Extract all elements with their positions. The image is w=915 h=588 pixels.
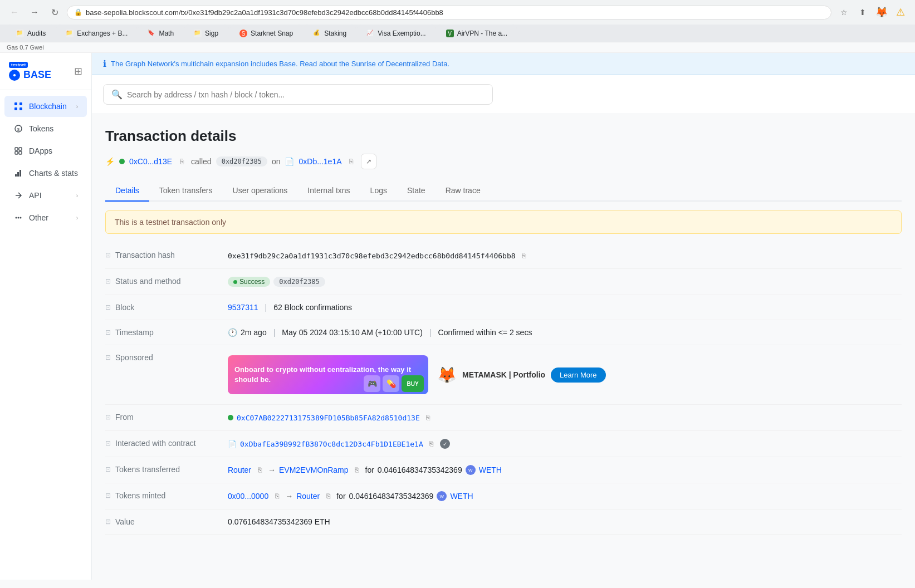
tab-details[interactable]: Details <box>105 180 149 202</box>
tokens-from-link[interactable]: Router <box>228 465 251 474</box>
svg-text:$: $ <box>17 127 20 132</box>
search-input[interactable] <box>127 90 485 99</box>
interacted-contract-link[interactable]: 0xDbafEa39B992fB3870c8dc12D3c4Fb1D1EBE1e… <box>240 440 423 448</box>
dapps-icon <box>13 146 23 156</box>
tab-airvpn[interactable]: V AirVPN - The a... <box>437 24 517 42</box>
tx-hash-copy-button[interactable]: ⎘ <box>519 251 529 261</box>
main-content: ℹ The Graph Network's multichain expansi… <box>92 53 915 580</box>
detail-label-tokens-minted: ⊡ Tokens minted <box>105 491 228 500</box>
grid-menu-button[interactable]: ⊞ <box>74 65 82 77</box>
extension-button[interactable]: 🦊 <box>874 4 889 20</box>
tab-raw-trace[interactable]: Raw trace <box>436 180 491 202</box>
tab-audits[interactable]: 📁 Audits <box>7 24 55 42</box>
tokens-transferred-label-text: Tokens transferred <box>115 465 180 474</box>
timestamp-label-text: Timestamp <box>115 328 154 337</box>
mint-amount: 0.046164834735342369 <box>349 492 434 501</box>
sidebar-item-tokens[interactable]: $ Tokens <box>4 118 87 139</box>
contract-address-copy-button[interactable]: ⎘ <box>346 156 356 166</box>
ad-image-banner[interactable]: Onboard to crypto without centralization… <box>228 355 428 394</box>
detail-label-tokens-transferred: ⊡ Tokens transferred <box>105 465 228 474</box>
mint-from-copy[interactable]: ⎘ <box>272 491 282 501</box>
tab-exchanges[interactable]: 📁 Exchanges + B... <box>56 24 137 42</box>
sidebar-logo-area: testnet ● BASE ⊞ <box>0 53 91 90</box>
contract-address-link[interactable]: 0xDb...1e1A <box>299 157 341 166</box>
external-link-button[interactable]: ↗ <box>361 154 376 169</box>
tokens-from-copy[interactable]: ⎘ <box>255 465 265 475</box>
sidebar-item-other[interactable]: Other › <box>4 207 87 228</box>
tab-internal-txns[interactable]: Internal txns <box>297 180 360 202</box>
from-value-copy-button[interactable]: ⎘ <box>423 413 433 423</box>
address-bar[interactable]: 🔒 <box>67 6 831 19</box>
tab-sigp[interactable]: 📁 Sigp <box>184 24 229 42</box>
sidebar-item-api[interactable]: API › <box>4 185 87 206</box>
sidebar-item-dapps[interactable]: DApps <box>4 140 87 161</box>
url-input[interactable] <box>86 8 824 17</box>
block-separator: | <box>265 303 267 312</box>
reload-button[interactable]: ↻ <box>47 4 62 20</box>
tab-favicon-starknet: S <box>239 30 247 37</box>
status-text: Success <box>239 278 265 286</box>
mint-from-link[interactable]: 0x00...0000 <box>228 492 268 501</box>
tab-staking[interactable]: 💰 Staking <box>304 24 356 42</box>
svg-rect-8 <box>15 151 18 154</box>
detail-label-value: ⊡ Value <box>105 517 228 526</box>
detail-row-block: ⊡ Block 9537311 | 62 Block confirmations <box>105 295 902 320</box>
interacted-copy-button[interactable]: ⎘ <box>427 439 437 449</box>
tokens-minted-info-icon: ⊡ <box>105 492 111 499</box>
share-button[interactable]: ⬆ <box>855 4 870 20</box>
info-banner[interactable]: ℹ The Graph Network's multichain expansi… <box>92 53 915 75</box>
tab-visa[interactable]: 📈 Visa Exemptio... <box>357 24 435 42</box>
learn-more-button[interactable]: Learn More <box>551 367 605 383</box>
tab-favicon-airvpn: V <box>446 30 454 37</box>
tokens-to-copy[interactable]: ⎘ <box>352 465 362 475</box>
tokens-to-link[interactable]: EVM2EVMOnRamp <box>279 465 348 474</box>
search-input-wrap[interactable]: 🔍 <box>103 84 493 105</box>
block-confirmations-text: 62 Block confirmations <box>273 303 352 312</box>
from-address-copy-button[interactable]: ⎘ <box>177 156 187 166</box>
token-name-link[interactable]: WETH <box>479 465 502 474</box>
lock-icon: 🔒 <box>74 8 82 16</box>
bookmark-button[interactable]: ☆ <box>836 4 852 20</box>
other-chevron-icon: › <box>76 215 78 221</box>
mint-to-copy[interactable]: ⎘ <box>323 491 333 501</box>
svg-point-15 <box>20 217 22 219</box>
warning-button[interactable]: ⚠ <box>893 4 908 20</box>
sidebar-item-label-dapps: DApps <box>29 146 52 155</box>
method-badge: 0xd20f2385 <box>273 277 325 287</box>
app-layout: testnet ● BASE ⊞ Blockchain › $ Tok <box>0 53 915 580</box>
tokens-transferred-info-icon: ⊡ <box>105 465 111 473</box>
testnet-banner-text: This is a testnet transaction only <box>115 218 226 227</box>
tab-state[interactable]: State <box>397 180 436 202</box>
forward-button[interactable]: → <box>27 4 42 20</box>
mint-token-name-link[interactable]: WETH <box>450 492 473 501</box>
sidebar-item-charts[interactable]: Charts & stats <box>4 163 87 184</box>
tab-token-transfers[interactable]: Token transfers <box>149 180 223 202</box>
api-icon <box>13 190 23 200</box>
tab-logs[interactable]: Logs <box>360 180 397 202</box>
svg-rect-1 <box>19 102 22 105</box>
tab-label-exchanges: Exchanges + B... <box>77 30 128 37</box>
detail-value-timestamp: 🕐 2m ago | May 05 2024 03:15:10 AM (+10:… <box>228 328 902 337</box>
detail-rows: ⊡ Transaction hash 0xe31f9db29c2a0a1df19… <box>105 243 902 535</box>
testnet-banner: This is a testnet transaction only <box>105 210 902 234</box>
back-button[interactable]: ← <box>7 4 22 20</box>
sidebar-item-blockchain[interactable]: Blockchain › <box>4 96 87 117</box>
tab-starknet[interactable]: S Starknet Snap <box>230 24 302 42</box>
svg-rect-12 <box>19 170 21 177</box>
svg-point-13 <box>16 217 17 219</box>
sidebar: testnet ● BASE ⊞ Blockchain › $ Tok <box>0 53 92 580</box>
timestamp-sep2: | <box>429 328 432 337</box>
sidebar-item-label-other: Other <box>29 213 48 222</box>
from-address-link[interactable]: 0xC0...d13E <box>129 157 172 166</box>
timestamp-relative: 2m ago <box>241 328 267 337</box>
from-address-value-link[interactable]: 0xC07AB0222713175389FD105Bb85FA82d8510d1… <box>237 414 420 422</box>
charts-icon <box>13 168 23 178</box>
tab-math[interactable]: 🔖 Math <box>138 24 183 42</box>
mint-to-link[interactable]: Router <box>296 492 320 501</box>
block-info-icon: ⊡ <box>105 303 111 311</box>
blockchain-chevron-icon: › <box>76 104 78 110</box>
page-title: Transaction details <box>105 128 902 145</box>
block-number-link[interactable]: 9537311 <box>228 303 258 312</box>
tab-user-operations[interactable]: User operations <box>223 180 298 202</box>
detail-value-from: 0xC07AB0222713175389FD105Bb85FA82d8510d1… <box>228 413 902 423</box>
